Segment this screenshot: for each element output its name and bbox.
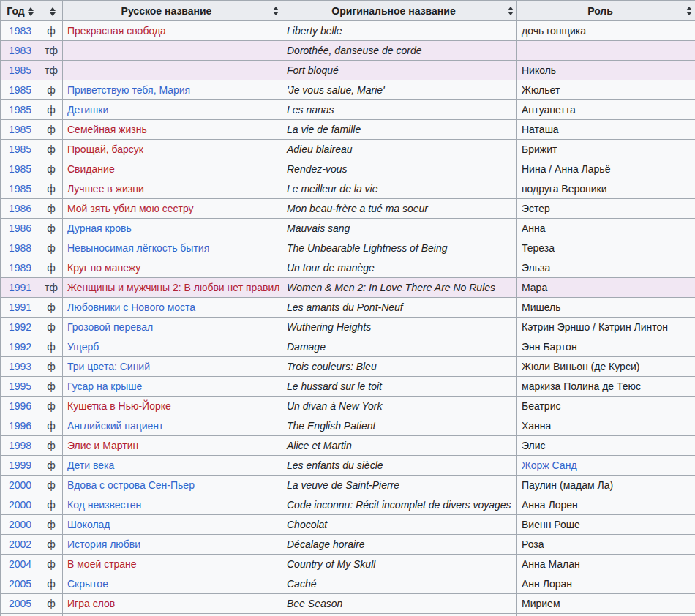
russian-title-link[interactable]: Дурная кровь (67, 222, 132, 234)
russian-title-link[interactable]: История любви (67, 538, 140, 550)
year-link[interactable]: 1991 (9, 282, 31, 293)
russian-title-link[interactable]: Три цвета: Синий (67, 361, 150, 372)
film-type-cell: ф (40, 456, 63, 476)
russian-title-link[interactable]: Невыносимая лёгкость бытия (67, 242, 209, 254)
year-link[interactable]: 1998 (9, 440, 31, 451)
year-link[interactable]: 1986 (9, 203, 31, 214)
column-header-year[interactable]: Год (1, 1, 40, 21)
film-type-cell: ф (40, 179, 63, 199)
russian-title-link[interactable]: Семейная жизнь (67, 124, 147, 135)
year-link[interactable]: 1988 (9, 242, 31, 254)
table-row: 1986 ф Дурная кровь Mauvais sang Анна (1, 219, 695, 238)
role-link[interactable]: Жорж Санд (522, 459, 577, 471)
year-cell: 1992 (1, 318, 40, 337)
year-link[interactable]: 2002 (9, 538, 31, 550)
year-link[interactable]: 1992 (9, 341, 31, 353)
role-cell: маркиза Полина де Теюс (517, 377, 695, 397)
film-type-cell: ф (40, 258, 63, 278)
original-title-cell: Mon beau-frère a tué ma soeur (282, 199, 517, 219)
year-link[interactable]: 2004 (9, 558, 31, 570)
year-link[interactable]: 1983 (9, 25, 31, 37)
russian-title-link[interactable]: В моей стране (67, 558, 137, 570)
russian-title-link[interactable]: Детишки (67, 104, 108, 116)
russian-title-cell (63, 614, 282, 616)
russian-title-link[interactable]: Код неизвестен (67, 499, 141, 511)
year-link[interactable]: 1991 (9, 301, 31, 313)
russian-title-link[interactable]: Английский пациент (67, 420, 163, 432)
column-header-russian-title[interactable]: Русское название (63, 1, 282, 21)
russian-title-cell: Скрытое (63, 574, 282, 594)
year-link[interactable]: 1985 (9, 84, 31, 96)
russian-title-link[interactable]: Дети века (67, 459, 114, 471)
column-header-role[interactable]: Роль (517, 1, 695, 21)
russian-title-link[interactable]: Скрытое (67, 578, 108, 590)
original-title-cell: Les amants du Pont-Neuf (282, 298, 517, 318)
russian-title-link[interactable]: Элис и Мартин (67, 440, 138, 451)
year-link[interactable]: 1996 (9, 420, 31, 432)
year-link[interactable]: 2005 (9, 578, 31, 590)
year-link[interactable]: 2000 (9, 499, 31, 511)
original-title-cell: Dorothée, danseuse de corde (282, 41, 517, 61)
year-link[interactable]: 2000 (9, 519, 31, 530)
film-type-cell: ф (40, 515, 63, 535)
film-type-cell: ф (40, 594, 63, 614)
role-cell: Анна (517, 219, 695, 238)
original-title-cell: Alice et Martin (282, 436, 517, 456)
russian-title-link[interactable]: Гусар на крыше (67, 380, 142, 392)
year-link[interactable]: 1999 (9, 459, 31, 471)
column-header-label: Роль (587, 5, 613, 17)
year-link[interactable]: 2000 (9, 479, 31, 491)
column-header-original-title[interactable]: Оригинальное название (282, 1, 517, 21)
role-cell: Элис (517, 436, 695, 456)
russian-title-link[interactable]: Ущерб (67, 341, 99, 353)
original-title-cell: Adieu blaireau (282, 140, 517, 159)
russian-title-link[interactable]: Свидание (67, 163, 115, 175)
russian-title-link[interactable]: Приветствую тебя, Мария (67, 84, 190, 96)
russian-title-link[interactable]: Вдова с острова Сен-Пьер (67, 479, 195, 491)
russian-title-link[interactable]: Кушетка в Нью-Йорке (67, 400, 171, 412)
russian-title-link[interactable]: Круг по манежу (67, 262, 140, 274)
year-cell: 1993 (1, 357, 40, 377)
russian-title-link[interactable]: Женщины и мужчины 2: В любви нет правил (67, 282, 280, 293)
original-title-cell: Les enfants du siècle (282, 456, 517, 476)
role-cell: подруга Вероники (517, 179, 695, 199)
year-link[interactable]: 1985 (9, 124, 31, 135)
russian-title-link[interactable]: Грозовой перевал (67, 321, 153, 333)
column-header-type[interactable] (40, 1, 63, 21)
year-link[interactable]: 1989 (9, 262, 31, 274)
russian-title-link[interactable]: Прощай, барсук (67, 143, 143, 155)
year-link[interactable]: 1986 (9, 222, 31, 234)
original-title-cell: Un tour de manège (282, 258, 517, 278)
column-header-label: Год (7, 5, 25, 17)
table-row: 2000 ф Шоколад Chocolat Виенн Роше (1, 515, 695, 535)
original-title-cell (282, 614, 517, 616)
year-link[interactable]: 1985 (9, 143, 31, 155)
year-link[interactable]: 1996 (9, 400, 31, 412)
year-link[interactable]: 1983 (9, 45, 31, 56)
year-link[interactable]: 2005 (9, 598, 31, 609)
year-cell: 2000 (1, 476, 40, 495)
role-cell: Жюли Виньон (де Курси) (517, 357, 695, 377)
year-link[interactable]: 1995 (9, 380, 31, 392)
year-link[interactable]: 1993 (9, 361, 31, 372)
russian-title-cell: Вдова с острова Сен-Пьер (63, 476, 282, 495)
russian-title-link[interactable]: Прекрасная свобода (67, 25, 166, 37)
film-type-cell: ф (40, 377, 63, 397)
year-cell: 1985 (1, 100, 40, 120)
film-type-cell: ф (40, 574, 63, 594)
russian-title-link[interactable]: Шоколад (67, 519, 110, 530)
role-cell: Анн Лоран (517, 574, 695, 594)
year-link[interactable]: 1985 (9, 64, 31, 76)
page-viewport: Год Русское название Оригинальное назван… (0, 0, 695, 616)
table-row: 1995 ф Гусар на крыше Le hussard sur le … (1, 377, 695, 397)
role-cell: Мара (517, 278, 695, 298)
russian-title-link[interactable]: Любовники с Нового моста (67, 301, 195, 313)
year-cell: 1985 (1, 61, 40, 80)
russian-title-link[interactable]: Мой зять убил мою сестру (67, 203, 194, 214)
year-link[interactable]: 1985 (9, 183, 31, 195)
year-link[interactable]: 1992 (9, 321, 31, 333)
year-link[interactable]: 1985 (9, 104, 31, 116)
russian-title-link[interactable]: Игра слов (67, 598, 115, 609)
russian-title-link[interactable]: Лучшее в жизни (67, 183, 144, 195)
year-link[interactable]: 1985 (9, 163, 31, 175)
